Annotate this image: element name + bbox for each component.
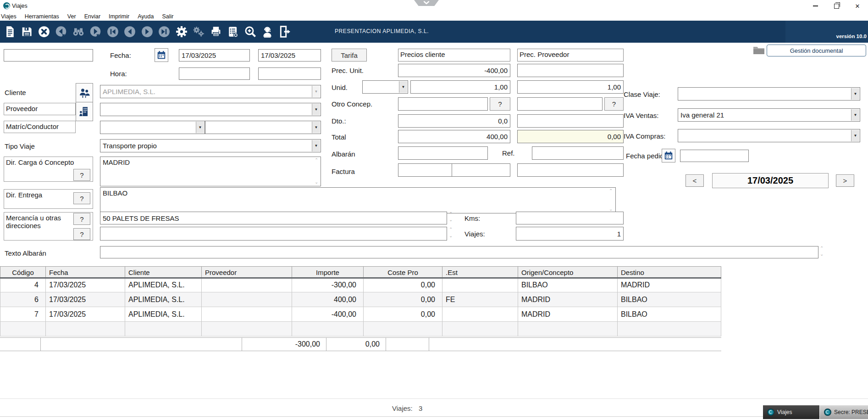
table-cell[interactable] (442, 307, 518, 322)
codigo-input[interactable] (4, 49, 93, 62)
spinner-down-icon[interactable]: ⌄ (449, 218, 453, 222)
chevron-down-icon[interactable]: ▼ (312, 104, 320, 115)
table-cell[interactable] (202, 322, 292, 336)
table-header-cell[interactable]: Fecha (46, 266, 125, 278)
table-cell[interactable]: 17/03/2025 (46, 307, 125, 322)
table-cell[interactable]: BILBAO (618, 307, 721, 322)
hora-to-input[interactable] (258, 67, 321, 80)
table-cell[interactable]: APLIMEDIA, S.L. (125, 292, 202, 307)
delete-form-icon[interactable] (225, 21, 242, 43)
chevron-down-icon[interactable]: ▼ (196, 122, 204, 133)
table-cell[interactable]: -300,00 (292, 278, 364, 292)
table-cell[interactable]: APLIMEDIA, S.L. (125, 307, 202, 322)
table-cell[interactable]: 400,00 (292, 292, 364, 307)
proveedor-lookup-button[interactable] (76, 102, 93, 121)
cliente-lookup-button[interactable] (76, 83, 93, 102)
menu-ayuda[interactable]: Ayuda (133, 13, 158, 20)
table-cell[interactable]: -400,00 (292, 307, 364, 322)
search-binoculars-icon[interactable] (70, 21, 87, 43)
mercancia-help-button-2[interactable]: ? (73, 228, 90, 240)
table-cell[interactable]: 6 (0, 292, 46, 307)
chevron-down-icon[interactable]: ▼ (851, 109, 859, 121)
fecha-pedido-input[interactable] (680, 150, 749, 162)
date-prev-button[interactable]: < (686, 174, 704, 187)
new-document-icon[interactable] (1, 21, 18, 43)
iva-compras-combo[interactable]: ▼ (678, 129, 860, 142)
last-record-icon[interactable] (156, 21, 173, 43)
factura-input-2[interactable] (452, 163, 510, 177)
next-record-icon[interactable] (138, 21, 156, 43)
total-cliente-input[interactable]: 400,00 (398, 130, 510, 143)
table-header-cell[interactable]: Destino (618, 266, 721, 278)
print-icon[interactable] (207, 21, 225, 43)
maximize-button[interactable] (826, 0, 847, 12)
table-cell[interactable] (442, 278, 518, 292)
save-icon[interactable] (18, 21, 36, 43)
table-cell[interactable]: 7 (0, 307, 46, 322)
mercancia-input-1[interactable]: 50 PALETS DE FRESAS (100, 212, 447, 224)
spinner-up-icon[interactable]: ⌃ (820, 246, 824, 251)
table-cell[interactable]: FE (442, 292, 518, 307)
chevron-down-icon[interactable]: ▼ (851, 130, 859, 141)
table-header-cell[interactable]: .Est (442, 266, 518, 278)
hora-from-input[interactable] (179, 67, 250, 80)
dto-proveedor-input[interactable] (517, 114, 624, 128)
table-cell[interactable]: 0,00 (364, 278, 442, 292)
tarifa-button[interactable]: Tarifa (332, 49, 367, 62)
table-header-cell[interactable]: Proveedor (202, 266, 292, 278)
dir-carga-help-button[interactable]: ? (73, 169, 90, 181)
viajes-count-input[interactable]: 1 (516, 227, 624, 241)
table-cell[interactable] (125, 322, 202, 336)
scroll-up-icon[interactable]: ⌃ (609, 189, 613, 193)
find-previous-icon[interactable] (53, 21, 70, 43)
close-button[interactable]: ✕ (847, 0, 868, 12)
fecha-calendar-button[interactable] (155, 48, 168, 62)
unid-combo[interactable]: ▼ (362, 80, 408, 94)
table-cell[interactable]: MADRID (518, 307, 618, 322)
fecha-to-input[interactable]: 17/03/2025 (258, 49, 321, 62)
previous-record-icon[interactable] (122, 21, 139, 43)
table-cell[interactable] (202, 307, 292, 322)
table-cell[interactable] (364, 322, 442, 336)
table-header-cell[interactable]: Código (0, 266, 46, 278)
chevron-down-icon[interactable]: ▼ (851, 88, 859, 100)
kms-input[interactable] (516, 212, 624, 224)
unid-cliente-input[interactable]: 1,00 (410, 80, 510, 94)
minimize-button[interactable] (805, 0, 826, 12)
menu-enviar[interactable]: Enviar (80, 13, 105, 20)
table-cell[interactable]: BILBAO (618, 292, 721, 307)
table-cell[interactable]: 17/03/2025 (46, 292, 125, 307)
table-header-cell[interactable]: Origen/Concepto (518, 266, 618, 278)
chevron-down-icon[interactable]: ▼ (399, 81, 407, 93)
otro-concep-proveedor-help-button[interactable]: ? (604, 97, 624, 111)
table-cell[interactable] (202, 278, 292, 292)
table-cell[interactable]: APLIMEDIA, S.L. (125, 278, 202, 292)
matricula-combo[interactable]: ▼ (100, 121, 205, 134)
zoom-in-icon[interactable] (242, 21, 259, 43)
fecha-from-input[interactable]: 17/03/2025 (179, 49, 250, 62)
scroll-up-icon[interactable]: ⌃ (315, 158, 318, 162)
scroll-down-icon[interactable]: ⌄ (609, 207, 613, 212)
factura-input-1[interactable] (398, 163, 452, 177)
unid-proveedor-input[interactable]: 1,00 (517, 80, 624, 94)
prec-unit-proveedor-input[interactable] (517, 64, 624, 77)
dto-cliente-input[interactable]: 0,0 (398, 114, 510, 128)
table-header-cell[interactable]: Coste Pro (364, 266, 442, 278)
fecha-pedido-calendar-button[interactable] (662, 149, 675, 162)
menu-imprimir[interactable]: Imprimir (105, 13, 133, 20)
table-cell[interactable]: 0,00 (364, 292, 442, 307)
ref-input[interactable] (532, 146, 624, 160)
table-cell[interactable] (46, 322, 125, 336)
dir-carga-textarea[interactable]: MADRID (100, 157, 321, 186)
table-cell[interactable] (202, 292, 292, 307)
menu-viajes[interactable]: Viajes (0, 13, 21, 20)
menu-salir[interactable]: Salir (158, 13, 177, 20)
scroll-down-icon[interactable]: ⌄ (315, 180, 318, 185)
spinner-up-icon[interactable]: ⌃ (449, 212, 453, 216)
table-cell[interactable]: 4 (0, 278, 46, 292)
prec-unit-cliente-input[interactable]: -400,00 (398, 64, 510, 77)
table-cell[interactable]: MADRID (618, 278, 721, 292)
table-cell[interactable]: 0,00 (364, 307, 442, 322)
table-cell[interactable]: MADRID (518, 292, 618, 307)
cliente-combo[interactable]: APLIMEDIA, S.L.▼ (100, 85, 321, 98)
